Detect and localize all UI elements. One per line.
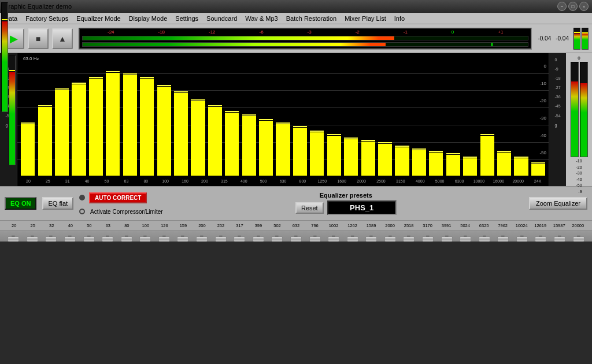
slider-thumb-20[interactable] <box>8 236 19 242</box>
slider-thumb-632[interactable] <box>290 236 302 242</box>
slider-track-399[interactable] <box>257 236 260 237</box>
slider-thumb-317[interactable] <box>234 236 245 242</box>
slider-thumb-80[interactable] <box>121 236 132 242</box>
slider-track-796[interactable] <box>313 236 317 237</box>
menu-item-info[interactable]: Info <box>393 15 406 22</box>
slider-track-5024[interactable] <box>464 236 467 237</box>
menu-item-display-mode[interactable]: Display Mode <box>127 15 169 22</box>
reset-button[interactable]: Reset <box>295 202 324 214</box>
slider-track-632[interactable] <box>294 236 298 237</box>
menu-item-batch-restoration[interactable]: Batch Restoration <box>284 15 338 22</box>
slider-thumb-399[interactable] <box>253 236 264 242</box>
slider-track-12619[interactable] <box>539 236 542 237</box>
slider-thumb-502[interactable] <box>271 236 283 242</box>
slider-track-317[interactable] <box>238 236 241 237</box>
slider-thumb-1589[interactable] <box>365 236 377 242</box>
slider-freq-label-80: 80 <box>117 223 136 228</box>
slider-track-40[interactable] <box>68 236 72 237</box>
eq-bar-1002 <box>309 61 325 176</box>
auto-correct-radio[interactable] <box>79 195 85 200</box>
menu-item-mixer-play-list[interactable]: Mixer Play List <box>343 15 388 22</box>
freq-label-40: 40 <box>77 179 97 183</box>
slider-track-200[interactable] <box>200 236 204 237</box>
slider-track-252[interactable] <box>219 236 223 237</box>
menu-item-wav---mp-[interactable]: Wav & Mp3 <box>243 15 279 22</box>
slider-track-100[interactable] <box>143 236 147 237</box>
slider-track-63[interactable] <box>106 236 109 237</box>
close-button[interactable]: × <box>579 2 589 11</box>
slider-track-7962[interactable] <box>501 236 505 237</box>
eq-bar-399 <box>240 61 257 176</box>
slider-track-1262[interactable] <box>351 236 354 237</box>
slider-track-20[interactable] <box>12 236 15 237</box>
slider-track-10024[interactable] <box>520 236 524 237</box>
slider-track-32[interactable] <box>49 236 53 237</box>
slider-track-2518[interactable] <box>407 236 410 237</box>
slider-track-126[interactable] <box>162 236 166 237</box>
slider-track-50[interactable] <box>87 236 91 237</box>
slider-399 <box>250 236 268 237</box>
eq-on-button[interactable]: EQ ON <box>5 197 36 210</box>
slider-thumb-50[interactable] <box>83 236 95 242</box>
slider-track-6325[interactable] <box>483 236 486 237</box>
zoom-equalizer-button[interactable]: Zoom Equalizer <box>529 197 587 210</box>
eq-bar-10024 <box>479 61 495 176</box>
slider-freq-label-159: 159 <box>174 223 193 228</box>
slider-thumb-1262[interactable] <box>347 236 358 242</box>
freq-label-315: 315 <box>214 179 234 183</box>
eject-button[interactable]: ▲ <box>52 28 73 49</box>
slider-freq-label-10024: 10024 <box>512 223 531 228</box>
slider-thumb-3170[interactable] <box>422 236 434 242</box>
slider-thumb-2000[interactable] <box>384 236 396 242</box>
slider-thumb-100[interactable] <box>139 236 151 242</box>
slider-freq-label-252: 252 <box>212 223 231 228</box>
eq-flat-button[interactable]: EQ flat <box>42 197 73 210</box>
eq-presets-label: Equalizer presets <box>320 192 372 199</box>
slider-track-159[interactable] <box>181 236 184 237</box>
slider-thumb-252[interactable] <box>215 236 227 242</box>
slider-track-15987[interactable] <box>558 236 561 237</box>
slider-thumb-63[interactable] <box>102 236 113 242</box>
slider-track-1589[interactable] <box>369 236 373 237</box>
slider-track-3170[interactable] <box>426 236 430 237</box>
slider-thumb-32[interactable] <box>45 236 57 242</box>
slider-track-502[interactable] <box>275 236 279 237</box>
slider-thumb-40[interactable] <box>64 236 76 242</box>
slider-track-20000[interactable] <box>577 236 580 237</box>
slider-thumb-15987[interactable] <box>554 236 565 242</box>
maximize-button[interactable]: □ <box>568 2 578 11</box>
slider-thumb-6325[interactable] <box>479 236 490 242</box>
compressor-radio[interactable] <box>79 209 85 214</box>
auto-correct-button[interactable]: AUTO CORRECT <box>89 192 147 203</box>
menu-item-factory-setups[interactable]: Factory Setups <box>24 15 70 22</box>
stop-button[interactable]: ■ <box>28 28 49 49</box>
slider-thumb-12619[interactable] <box>535 236 546 242</box>
title-bar-text: Graphic Equalizer demo <box>3 3 72 10</box>
slider-thumb-25[interactable] <box>27 236 38 242</box>
slider-thumb-2518[interactable] <box>403 236 415 242</box>
slider-track-3991[interactable] <box>445 236 449 237</box>
slider-track-2000[interactable] <box>388 236 392 237</box>
slider-thumb-10024[interactable] <box>516 236 528 242</box>
slider-thumb-5024[interactable] <box>460 236 471 242</box>
slider-track-25[interactable] <box>31 236 34 237</box>
slider-track-80[interactable] <box>125 236 128 237</box>
frequency-labels: 2025324050638010012615920025231739950263… <box>0 221 592 231</box>
minimize-button[interactable]: − <box>557 2 567 11</box>
menu-item-settings[interactable]: Settings <box>173 15 200 22</box>
slider-thumb-796[interactable] <box>309 236 321 242</box>
slider-thumb-126[interactable] <box>158 236 170 242</box>
slider-thumb-3991[interactable] <box>441 236 453 242</box>
slider-thumb-159[interactable] <box>177 236 188 242</box>
menu-item-soundcard[interactable]: Soundcard <box>205 15 239 22</box>
slider-thumb-7962[interactable] <box>497 236 509 242</box>
slider-thumb-1002[interactable] <box>328 236 339 242</box>
slider-50 <box>80 236 98 237</box>
slider-track-1002[interactable] <box>332 236 335 237</box>
extra-right-meters: 0 -10-20-30-40-50-9 <box>566 53 592 186</box>
slider-thumb-200[interactable] <box>196 236 208 242</box>
slider-thumb-20000[interactable] <box>573 236 584 242</box>
slider-15987 <box>551 236 569 237</box>
menu-item-equalizer-mode[interactable]: Equalizer Mode <box>75 15 122 22</box>
eq-bar-20 <box>20 61 36 176</box>
